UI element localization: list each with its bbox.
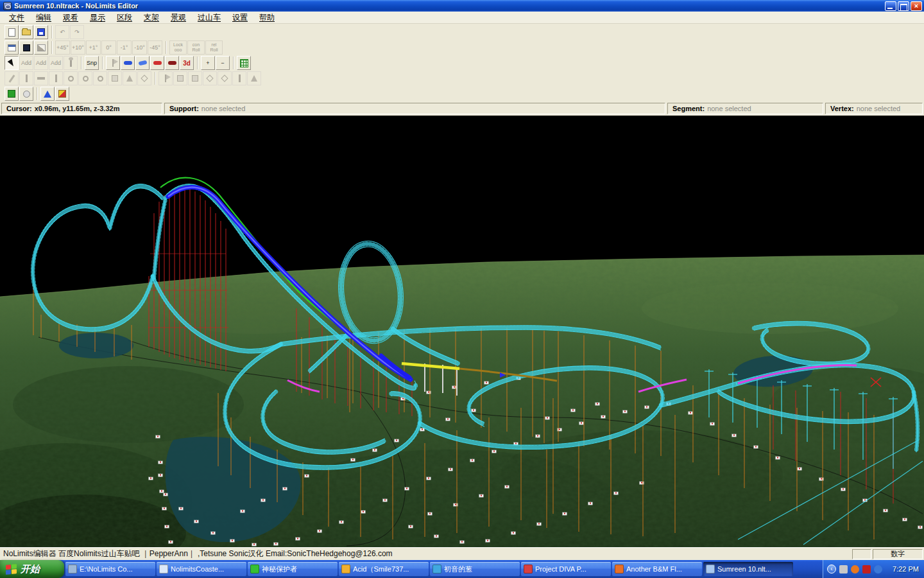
maximize-button[interactable] <box>898 1 909 11</box>
angle-zero-button[interactable]: 0° <box>101 40 116 55</box>
tray-chevron-button[interactable]: ‹ <box>827 565 836 574</box>
draw-button[interactable] <box>137 71 151 85</box>
segment-flag-button[interactable] <box>106 56 120 70</box>
zoom-in-button[interactable]: + <box>201 56 215 70</box>
undo-icon: ↶ <box>60 29 65 35</box>
zoom-out-button[interactable]: − <box>216 56 230 70</box>
ramp-button[interactable] <box>123 71 137 85</box>
start-button[interactable]: 开始 <box>0 560 64 578</box>
angle-plus1-button[interactable]: +1° <box>86 40 101 55</box>
terrain-paint-button[interactable] <box>4 87 19 101</box>
scenery-tool-4-button[interactable] <box>203 71 217 85</box>
support-tool-5-button[interactable] <box>64 71 78 85</box>
task-icon <box>159 565 168 574</box>
scenery-tool-6-button[interactable] <box>232 71 246 85</box>
menu-supports[interactable]: 支架 <box>138 12 165 24</box>
taskbar-item-5[interactable]: 初音的葱 <box>430 562 520 576</box>
tray-icon[interactable] <box>839 565 848 574</box>
save-button[interactable] <box>34 25 48 39</box>
menu-edit[interactable]: 编辑 <box>30 12 57 24</box>
insert-pole-button[interactable] <box>64 56 78 70</box>
support-tool-3-button[interactable] <box>34 71 48 85</box>
pyramid-tool-button[interactable] <box>40 87 55 101</box>
angle-plus10-button[interactable]: +10° <box>71 40 85 55</box>
status-vertex: Vertex: none selected <box>825 103 923 114</box>
undo-button[interactable]: ↶ <box>55 25 69 39</box>
scenery-tool-3-button[interactable] <box>188 71 202 85</box>
viewport-3d-scene <box>0 116 924 547</box>
menu-view[interactable]: 观看 <box>57 12 84 24</box>
eraser-button[interactable] <box>108 71 122 85</box>
vertex-label: Vertex: <box>830 105 854 112</box>
blue-lift-icon <box>138 60 147 66</box>
menu-scenery[interactable]: 景观 <box>165 12 192 24</box>
taskbar-item-explorer[interactable]: E:\NoLimits Co... <box>65 562 155 576</box>
texture-tool-button[interactable] <box>55 87 69 101</box>
continuous-roll-button[interactable]: conRoll <box>187 40 205 55</box>
tray-icon[interactable] <box>874 565 882 574</box>
start-label: 开始 <box>21 563 40 575</box>
taskbar-item-4[interactable]: Acid（Smile737... <box>339 562 429 576</box>
open-button[interactable] <box>19 25 33 39</box>
snap-label: Snp <box>87 60 97 66</box>
tube-icon <box>83 76 89 82</box>
close-button[interactable]: × <box>911 1 922 11</box>
3d-view-button[interactable]: 3d <box>180 56 194 70</box>
menu-display[interactable]: 显示 <box>84 12 111 24</box>
transport-segment-button[interactable] <box>165 56 179 70</box>
slope-button[interactable] <box>34 40 48 55</box>
taskbar-item-3[interactable]: 神秘保护者 <box>248 562 338 576</box>
station-segment-button[interactable] <box>121 56 135 70</box>
scenery-tool-1-button[interactable] <box>158 71 173 85</box>
terrain <box>0 250 924 547</box>
support-tool-2-button[interactable] <box>19 71 33 85</box>
support-tool-7-button[interactable] <box>93 71 107 85</box>
tray-icon[interactable] <box>851 565 859 574</box>
add-vertex-button[interactable]: Add <box>19 56 33 70</box>
redo-button[interactable]: ↷ <box>70 25 84 39</box>
view-window-button[interactable] <box>4 40 19 55</box>
taskbar-item-another-bm[interactable]: Another B&M Fl... <box>612 562 702 576</box>
new-file-button[interactable] <box>4 25 19 39</box>
scenery-tool-7-button[interactable] <box>247 71 261 85</box>
scenery-tool-5-button[interactable] <box>218 71 232 85</box>
support-tool-1-button[interactable] <box>4 71 19 85</box>
scenery-tool-2-button[interactable] <box>173 71 187 85</box>
select-tool-button[interactable] <box>4 56 19 70</box>
task-icon <box>341 565 350 574</box>
system-tray: ‹ 7:22 PM <box>823 560 924 578</box>
menu-settings[interactable]: 设置 <box>227 12 253 24</box>
minimize-button[interactable] <box>885 1 896 11</box>
lift-segment-button[interactable] <box>135 56 150 70</box>
red-yellow-icon <box>58 90 66 98</box>
support-tool-6-button[interactable] <box>78 71 92 85</box>
taskbar-item-project-diva[interactable]: Project DIVA P... <box>521 562 611 576</box>
brake-segment-button[interactable] <box>150 56 164 70</box>
terrain-color-button[interactable] <box>19 40 33 55</box>
lock-roll-button[interactable]: Lockooo <box>169 40 187 55</box>
angle-minus10-button[interactable]: -10° <box>132 40 147 55</box>
taskbar-item-sumreen-active[interactable]: Sumreen 10.nlt... <box>703 562 793 576</box>
taskbar-item-nolimits-coaster[interactable]: NolimitsCoaste... <box>157 562 246 576</box>
tray-icon[interactable] <box>862 565 871 574</box>
angle-plus45-button[interactable]: +45° <box>55 40 70 55</box>
support-tool-4-button[interactable] <box>49 71 63 85</box>
angle-minus1-button[interactable]: -1° <box>117 40 132 55</box>
angle-minus45-button[interactable]: -45° <box>148 40 162 55</box>
grid-toggle-button[interactable] <box>237 56 251 70</box>
add-label: Add <box>51 60 61 66</box>
snap-button[interactable]: Snp <box>85 56 99 70</box>
segment-label: Segment: <box>672 105 705 112</box>
title-bar[interactable]: Sumreen 10.nltrack - NoLimits Editor × <box>0 0 924 12</box>
viewport-3d[interactable] <box>0 116 924 547</box>
menu-file[interactable]: 文件 <box>3 12 30 24</box>
relative-roll-button[interactable]: relRoll <box>205 40 223 55</box>
ime-indicator[interactable]: 数字 <box>873 549 923 559</box>
add-segment-button[interactable]: Add <box>34 56 48 70</box>
open-folder-icon <box>22 30 31 35</box>
menu-coaster[interactable]: 过山车 <box>192 12 227 24</box>
add-support-button[interactable]: Add <box>49 56 63 70</box>
menu-segment[interactable]: 区段 <box>111 12 138 24</box>
smooth-tool-button[interactable] <box>19 87 33 101</box>
menu-help[interactable]: 帮助 <box>253 12 280 24</box>
